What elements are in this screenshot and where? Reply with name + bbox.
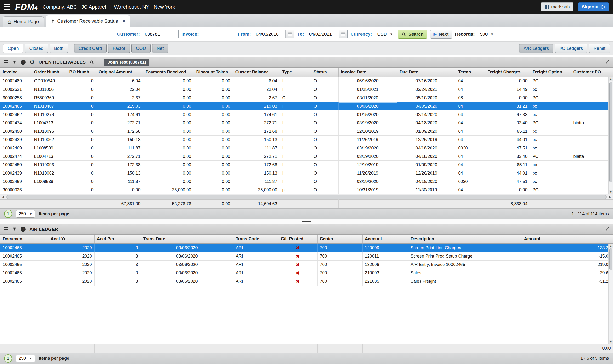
column-header[interactable]: BO Numb... (67, 68, 96, 77)
records-select[interactable]: 500 ▼ (478, 30, 496, 38)
column-header[interactable]: Trans Date (140, 235, 233, 244)
column-header[interactable]: Invoice Date (338, 68, 397, 77)
filter-icon[interactable] (12, 227, 17, 232)
column-header[interactable]: Trans Code (233, 235, 278, 244)
search-icon[interactable] (90, 60, 94, 65)
cell: pc (530, 102, 571, 110)
splitter-handle[interactable] (302, 221, 311, 222)
scroll-right-icon[interactable]: ▶ (608, 195, 613, 199)
scrollbar-thumb[interactable] (609, 82, 612, 182)
expand-icon[interactable] (605, 227, 609, 232)
column-header[interactable]: Payments Received (143, 68, 194, 77)
column-header[interactable]: Center (317, 235, 362, 244)
column-header[interactable]: Description (408, 235, 522, 244)
column-header[interactable]: Terms (456, 68, 485, 77)
filter-icon[interactable] (12, 60, 17, 65)
next-button[interactable]: ▶ Next (430, 30, 452, 39)
expand-icon[interactable] (605, 60, 609, 65)
table-row[interactable]: 10002439N10100620150.130.000.00150.13IO1… (0, 136, 613, 144)
cod-filter-button[interactable]: COD (131, 44, 151, 53)
open-filter-button[interactable]: Open (3, 44, 23, 53)
scrollbar-thumb[interactable] (6, 195, 607, 199)
table-row[interactable]: 100024652020303/06/2020ARI✖700120009Scre… (0, 244, 613, 252)
column-header[interactable]: Acct Per (94, 235, 140, 244)
remit-button[interactable]: Remit (589, 44, 610, 53)
table-row[interactable]: 10002465N10104070219.030.000.00219.03IO0… (0, 102, 613, 110)
scroll-up-icon[interactable]: ▲ (609, 244, 613, 248)
net-filter-button[interactable]: Net (152, 44, 168, 53)
table-row[interactable]: 10002439N10100620150.130.000.00150.13IO1… (0, 169, 613, 177)
table-row[interactable]: 10002521N1011056022.040.000.0022.04IO01/… (0, 85, 613, 94)
to-date-input[interactable] (307, 30, 339, 38)
column-header[interactable]: Acct Yr (48, 235, 94, 244)
column-header[interactable]: Document (0, 235, 48, 244)
info-icon[interactable]: i (21, 60, 26, 65)
vertical-scrollbar[interactable]: ▲ ▼ (608, 244, 613, 344)
column-header[interactable]: Customer PO (571, 68, 613, 77)
vertical-scrollbar[interactable]: ▲ ▼ (608, 77, 613, 194)
table-row[interactable]: 10002450N10100960172.680.000.00172.68IO1… (0, 161, 613, 169)
per-page-select[interactable]: 250 ▼ (16, 210, 35, 218)
grid-menu-icon[interactable] (4, 60, 8, 64)
closed-filter-button[interactable]: Closed (25, 44, 48, 53)
column-header[interactable]: Invoice (0, 68, 32, 77)
info-icon[interactable]: i (21, 227, 26, 232)
column-header[interactable]: Freight Charges (485, 68, 530, 77)
column-header[interactable]: Discount Taken (194, 68, 233, 77)
ar-ledgers-button[interactable]: A/R Ledgers (519, 44, 554, 53)
grid-menu-icon[interactable] (4, 227, 8, 231)
table-row[interactable]: 10002469L10085390111.870.000.00111.87IO0… (0, 144, 613, 152)
column-header[interactable]: Order Numb... (32, 68, 67, 77)
factor-filter-button[interactable]: Factor (108, 44, 130, 53)
from-date-input[interactable] (254, 30, 285, 38)
column-header[interactable]: Amount (522, 235, 613, 244)
user-menu-button[interactable]: marissab (541, 2, 573, 12)
page-number-badge[interactable]: 1 (4, 210, 12, 218)
table-row[interactable]: 10002469L10085390111.870.000.00111.87IO0… (0, 177, 613, 186)
table-row[interactable]: 100024652020303/06/2020ARI✖700210003Sale… (0, 269, 613, 277)
table-row[interactable]: 10002474L10047130272.710.000.00272.71IO0… (0, 152, 613, 161)
scroll-down-icon[interactable]: ▼ (609, 190, 613, 194)
panel-splitter[interactable] (0, 219, 613, 224)
column-header[interactable]: Type (280, 68, 311, 77)
table-row[interactable]: 10002450N10100960172.680.000.00172.68IO1… (0, 127, 613, 136)
column-header[interactable]: Account (362, 235, 408, 244)
to-calendar-icon[interactable] (339, 30, 348, 38)
scrollbar-thumb[interactable] (609, 248, 612, 270)
table-row[interactable]: 10002462N10102780174.610.000.00174.61IO0… (0, 110, 613, 119)
table-row[interactable]: 10002474L10047130272.710.000.00272.71IO0… (0, 119, 613, 127)
table-row[interactable]: 100024652020303/06/2020ARI✖700132006A/R … (0, 260, 613, 269)
table-row[interactable]: 100024652020303/06/2020ARI✖700120011Scre… (0, 252, 613, 260)
horizontal-scrollbar[interactable]: ◀ ▶ (0, 194, 613, 199)
column-header[interactable]: G/L Posted (278, 235, 317, 244)
column-header[interactable]: Original Amount (96, 68, 143, 77)
currency-select[interactable]: USD ▼ (375, 30, 395, 38)
column-header[interactable]: Status (311, 68, 338, 77)
menu-icon[interactable] (4, 4, 10, 10)
signout-button[interactable]: Signout (578, 2, 609, 12)
table-row[interactable]: 10002489GD01054906.040.000.006.04IO06/16… (0, 77, 613, 85)
table-row[interactable]: 60000258R55003690-2.670.000.00-2.67CO03/… (0, 94, 613, 102)
cell: 0 (67, 177, 96, 186)
from-calendar-icon[interactable] (285, 30, 294, 38)
close-tab-icon[interactable]: × (122, 18, 125, 24)
page-number-badge[interactable]: 1 (4, 354, 12, 363)
column-header[interactable]: Freight Option (530, 68, 571, 77)
per-page-select[interactable]: 250 ▼ (16, 355, 35, 362)
ic-ledgers-button[interactable]: I/C Ledgers (555, 44, 587, 53)
column-header[interactable]: Due Date (397, 68, 456, 77)
gear-icon[interactable]: ⚙ (29, 59, 35, 65)
scroll-down-icon[interactable]: ▼ (609, 340, 613, 344)
credit-card-filter-button[interactable]: Credit Card (74, 44, 107, 53)
customer-input[interactable] (143, 30, 179, 38)
scroll-left-icon[interactable]: ◀ (0, 195, 5, 199)
both-filter-button[interactable]: Both (50, 44, 68, 53)
tab-home-page[interactable]: ⌂ Home Page (3, 16, 44, 27)
column-header[interactable]: Current Balance (233, 68, 280, 77)
table-row[interactable]: 100024652020303/06/2020ARI✖700221005Sale… (0, 277, 613, 286)
search-button[interactable]: Search (398, 30, 427, 39)
invoice-input[interactable] (202, 30, 235, 38)
table-row[interactable]: 3000002600.0035,000.000.00-35,000.00pO10… (0, 186, 613, 194)
tab-customer-receivable-status[interactable]: Customer Receivable Status × (46, 15, 130, 27)
scroll-up-icon[interactable]: ▲ (609, 77, 613, 81)
